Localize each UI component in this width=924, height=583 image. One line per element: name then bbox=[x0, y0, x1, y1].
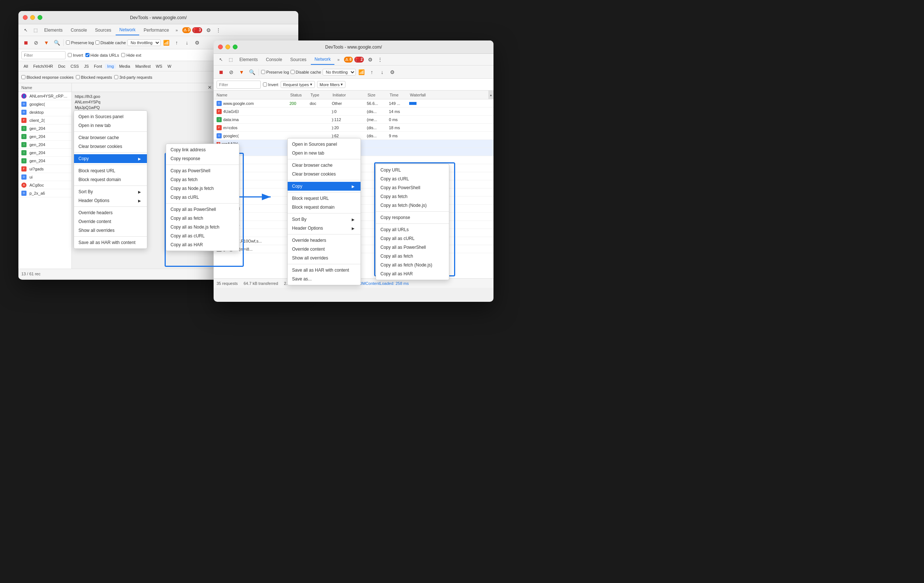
menu-override-content-1[interactable]: Override content bbox=[74, 217, 147, 226]
menu-clear-cookies-1[interactable]: Clear browser cookies bbox=[74, 142, 147, 151]
type-font-1[interactable]: Font bbox=[92, 64, 104, 69]
minimize-button-1[interactable] bbox=[30, 15, 35, 20]
clear-1[interactable]: ⊘ bbox=[32, 38, 41, 47]
blocked-response-cb-1[interactable] bbox=[21, 75, 25, 79]
stop-recording-2[interactable]: ⏹ bbox=[216, 68, 225, 77]
filter-icon-1[interactable]: ▼ bbox=[42, 38, 51, 47]
invert-label-2[interactable]: Invert bbox=[263, 82, 279, 87]
table-row[interactable]: D ui bbox=[18, 173, 71, 181]
table-row[interactable]: F client_2( bbox=[18, 116, 71, 124]
panel-close-1[interactable]: ✕ bbox=[205, 83, 215, 92]
menu-copy-all-har-1[interactable]: Copy all as HAR bbox=[166, 240, 239, 249]
preserve-log-cb-2[interactable] bbox=[261, 70, 265, 74]
tab-network-1[interactable]: Network bbox=[116, 25, 139, 35]
tab-network-2[interactable]: Network bbox=[311, 54, 334, 65]
table-row[interactable]: I gen_204 bbox=[18, 132, 71, 141]
preserve-log-cb-1[interactable] bbox=[66, 41, 70, 44]
menu-clear-cookies-2[interactable]: Clear browser cookies bbox=[288, 170, 361, 178]
menu-sort-by-1[interactable]: Sort By ▶ bbox=[74, 187, 147, 196]
third-party-label-1[interactable]: 3rd-party requests bbox=[114, 75, 152, 79]
disable-cache-label-2[interactable]: Disable cache bbox=[290, 70, 321, 74]
type-img-1[interactable]: Img bbox=[105, 64, 116, 69]
inspector-icon-2[interactable]: ⬚ bbox=[226, 55, 235, 64]
network-conditions-1[interactable]: 📶 bbox=[162, 38, 171, 47]
type-all-1[interactable]: All bbox=[21, 64, 30, 69]
hide-data-urls-cb-1[interactable] bbox=[86, 53, 89, 57]
menu-override-headers-2[interactable]: Override headers bbox=[288, 236, 361, 245]
close-button-2[interactable] bbox=[218, 44, 223, 49]
download-icon-1[interactable]: ↓ bbox=[183, 38, 191, 47]
clear-2[interactable]: ⊘ bbox=[227, 68, 236, 77]
menu-header-options-2[interactable]: Header Options ▶ bbox=[288, 224, 361, 232]
menu-block-domain-2[interactable]: Block request domain bbox=[288, 203, 361, 212]
settings-icon-2[interactable]: ⚙ bbox=[366, 55, 375, 64]
menu-copy-fetch-2[interactable]: Copy as fetch bbox=[376, 192, 449, 201]
type-js-1[interactable]: JS bbox=[82, 64, 91, 69]
table-row[interactable]: D p_2x_a6 bbox=[18, 189, 71, 197]
table-row[interactable]: I gen_204 bbox=[18, 157, 71, 165]
scroll-up-btn[interactable]: ▲ bbox=[488, 91, 493, 99]
disable-cache-cb-2[interactable] bbox=[290, 70, 295, 74]
hide-ext-cb-1[interactable] bbox=[121, 53, 125, 57]
maximize-button-2[interactable] bbox=[233, 44, 238, 49]
invert-label-1[interactable]: Invert bbox=[68, 53, 83, 58]
type-css-1[interactable]: CSS bbox=[69, 64, 81, 69]
search-icon-2[interactable]: 🔍 bbox=[248, 68, 256, 77]
menu-copy-link-1[interactable]: Copy link address bbox=[166, 145, 239, 154]
menu-copy-node-fetch-1[interactable]: Copy as Node.js fetch bbox=[166, 184, 239, 193]
menu-copy-1[interactable]: Copy ▶ bbox=[74, 154, 147, 163]
tab-sources-1[interactable]: Sources bbox=[91, 25, 115, 35]
menu-copy-all-fetch-2[interactable]: Copy all as fetch bbox=[376, 252, 449, 260]
upload-icon-2[interactable]: ↑ bbox=[368, 68, 376, 77]
filter-input-2[interactable] bbox=[216, 81, 261, 89]
type-w-1[interactable]: W bbox=[165, 64, 173, 69]
menu-copy-response-2[interactable]: Copy response bbox=[376, 213, 449, 222]
third-party-cb-1[interactable] bbox=[114, 75, 118, 79]
throttle-select-1[interactable]: No throttling bbox=[127, 40, 160, 46]
tab-console-1[interactable]: Console bbox=[67, 25, 91, 35]
menu-copy-curl-1[interactable]: Copy as cURL bbox=[166, 193, 239, 202]
table-row[interactable]: F ui?gads bbox=[18, 165, 71, 173]
type-fetch-1[interactable]: Fetch/XHR bbox=[31, 64, 55, 69]
network-conditions-2[interactable]: 📶 bbox=[357, 68, 366, 77]
menu-open-tab-2[interactable]: Open in new tab bbox=[288, 149, 361, 158]
menu-copy-response-1[interactable]: Copy response bbox=[166, 154, 239, 163]
stop-recording-1[interactable]: ⏹ bbox=[21, 38, 30, 47]
menu-clear-cache-1[interactable]: Clear browser cache bbox=[74, 133, 147, 142]
table-row[interactable]: 👤 ANLem4YSR_cRPN...U5 bbox=[18, 92, 71, 100]
disable-cache-label-1[interactable]: Disable cache bbox=[96, 41, 126, 45]
filter-icon-2[interactable]: ▼ bbox=[237, 68, 246, 77]
filter-input-1[interactable] bbox=[21, 51, 66, 59]
tab-console-2[interactable]: Console bbox=[262, 54, 286, 65]
table-row[interactable]: I data:ima ):112 (me... 0 ms bbox=[214, 115, 493, 124]
menu-block-domain-1[interactable]: Block request domain bbox=[74, 175, 147, 184]
menu-clear-cache-2[interactable]: Clear browser cache bbox=[288, 161, 361, 170]
menu-copy-all-har-2[interactable]: Copy all as HAR bbox=[376, 269, 449, 278]
table-row[interactable]: F 4UaGrEl ):0 (dis... 14 ms bbox=[214, 107, 493, 115]
type-manifest-1[interactable]: Manifest bbox=[133, 64, 153, 69]
menu-copy-all-node-fetch-1[interactable]: Copy all as Node.js fetch bbox=[166, 223, 239, 232]
cursor-icon-2[interactable]: ↖ bbox=[216, 55, 225, 64]
tab-performance-1[interactable]: Performance bbox=[140, 25, 173, 35]
table-row[interactable]: F m=cdos ):20 (dis... 18 ms bbox=[214, 124, 493, 132]
menu-save-har-2[interactable]: Save all as HAR with content bbox=[288, 266, 361, 275]
menu-copy-all-node-fetch-2[interactable]: Copy all as fetch (Node.js) bbox=[376, 260, 449, 269]
type-ws-1[interactable]: WS bbox=[153, 64, 165, 69]
maximize-button-1[interactable] bbox=[38, 15, 42, 20]
menu-sort-by-2[interactable]: Sort By ▶ bbox=[288, 215, 361, 224]
menu-open-tab-1[interactable]: Open in new tab bbox=[74, 121, 147, 130]
tab-more-1[interactable]: » bbox=[173, 26, 180, 34]
menu-copy-powershell-1[interactable]: Copy as PowerShell bbox=[166, 166, 239, 175]
menu-open-sources-1[interactable]: Open in Sources panel bbox=[74, 112, 147, 121]
table-row[interactable]: I gen_204 bbox=[18, 124, 71, 132]
preserve-log-label-1[interactable]: Preserve log bbox=[66, 41, 94, 45]
upload-icon-1[interactable]: ↑ bbox=[172, 38, 181, 47]
tab-elements-1[interactable]: Elements bbox=[41, 25, 66, 35]
table-row[interactable]: D www.google.com 200 doc Other 56.6... 1… bbox=[214, 99, 493, 107]
disable-cache-cb-1[interactable] bbox=[96, 41, 99, 44]
more-icon-2[interactable]: ⋮ bbox=[376, 55, 384, 64]
menu-copy-curl-2[interactable]: Copy as cURL bbox=[376, 175, 449, 183]
menu-save-as-2[interactable]: Save as... bbox=[288, 275, 361, 283]
hide-ext-label-1[interactable]: Hide ext bbox=[121, 53, 141, 58]
tab-sources-2[interactable]: Sources bbox=[287, 54, 310, 65]
